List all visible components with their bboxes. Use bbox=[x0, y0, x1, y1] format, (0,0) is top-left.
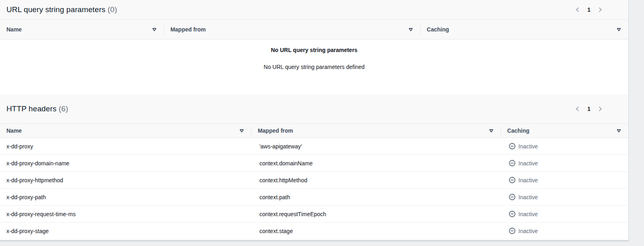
minus-circle-icon bbox=[509, 194, 516, 200]
caching-status-label: Inactive bbox=[518, 211, 538, 217]
section-title: HTTP headers (6) bbox=[6, 104, 68, 113]
pagination-prev-button[interactable] bbox=[573, 104, 582, 114]
column-header-name: Name bbox=[0, 20, 164, 39]
name-filter-button[interactable] bbox=[239, 128, 245, 133]
filter-triangle-icon bbox=[489, 129, 493, 133]
cell-caching: Inactive bbox=[501, 172, 628, 188]
column-header-label: Mapped from bbox=[258, 127, 293, 134]
filter-triangle-icon bbox=[409, 28, 413, 31]
request-parameters-panel: URL query string parameters (0) 1 bbox=[0, 0, 629, 241]
section-count: (0) bbox=[107, 5, 117, 14]
chevron-left-icon bbox=[574, 6, 581, 13]
name-filter-button[interactable] bbox=[151, 27, 157, 32]
cell-caching: Inactive bbox=[501, 155, 628, 171]
table-row: x-dd-proxy-path context.path Inactive bbox=[0, 189, 628, 206]
cell-mapped-from: context.httpMethod bbox=[251, 172, 501, 188]
column-header-name: Name bbox=[0, 124, 251, 138]
filter-triangle-icon bbox=[617, 28, 621, 31]
section-title-text: URL query string parameters bbox=[6, 5, 105, 14]
section-title-text: HTTP headers bbox=[6, 104, 56, 113]
table-row: x-dd-proxy-domain-name context.domainNam… bbox=[0, 155, 628, 172]
chevron-right-icon bbox=[597, 106, 603, 112]
table-row: x-dd-proxy-httpmethod context.httpMethod… bbox=[0, 172, 628, 189]
column-header-label: Mapped from bbox=[170, 26, 206, 33]
minus-circle-icon bbox=[509, 227, 516, 234]
table-row: x-dd-proxy-request-time-ms context.reque… bbox=[0, 206, 628, 223]
caching-status-label: Inactive bbox=[518, 143, 538, 150]
cell-name: x-dd-proxy-path bbox=[0, 189, 251, 205]
caching-filter-button[interactable] bbox=[616, 27, 622, 32]
pagination-next-button[interactable] bbox=[595, 104, 605, 114]
pagination-page-number[interactable]: 1 bbox=[586, 106, 592, 112]
caching-filter-button[interactable] bbox=[616, 128, 622, 133]
table-row: x-dd-proxy-stage context.stage Inactive bbox=[0, 223, 628, 240]
cell-name: x-dd-proxy-request-time-ms bbox=[0, 206, 251, 222]
table-header-row: Name Mapped from Caching bbox=[0, 19, 628, 40]
cell-mapped-from: context.domainName bbox=[251, 155, 501, 171]
minus-circle-icon bbox=[509, 160, 516, 167]
caching-status-label: Inactive bbox=[518, 228, 538, 234]
url-query-params-section: URL query string parameters (0) 1 bbox=[0, 0, 628, 94]
cell-caching: Inactive bbox=[501, 206, 628, 222]
section-title: URL query string parameters (0) bbox=[6, 5, 117, 14]
column-header-label: Name bbox=[6, 26, 22, 33]
cell-name: x-dd-proxy-stage bbox=[0, 223, 251, 239]
column-header-mapped-from: Mapped from bbox=[251, 124, 501, 138]
table-row: x-dd-proxy 'aws-apigateway' Inactive bbox=[0, 138, 628, 155]
filter-triangle-icon bbox=[152, 28, 157, 31]
caching-status-label: Inactive bbox=[518, 177, 538, 183]
section-header: URL query string parameters (0) 1 bbox=[0, 0, 628, 19]
empty-state: No URL query string parameters No URL qu… bbox=[0, 40, 628, 94]
column-header-caching: Caching bbox=[501, 124, 628, 138]
pagination-next-button[interactable] bbox=[595, 5, 605, 15]
column-header-mapped-from: Mapped from bbox=[164, 20, 420, 39]
section-header: HTTP headers (6) 1 bbox=[0, 94, 628, 123]
minus-circle-icon bbox=[509, 211, 516, 217]
caching-status-label: Inactive bbox=[518, 160, 538, 167]
cell-mapped-from: context.path bbox=[251, 189, 501, 205]
section-count: (6) bbox=[59, 104, 68, 113]
column-header-caching: Caching bbox=[420, 20, 628, 39]
column-header-label: Caching bbox=[427, 26, 449, 33]
cell-name: x-dd-proxy bbox=[0, 138, 251, 154]
cell-mapped-from: 'aws-apigateway' bbox=[251, 138, 501, 154]
mapped-from-filter-button[interactable] bbox=[488, 128, 494, 133]
mapped-from-filter-button[interactable] bbox=[408, 27, 414, 32]
chevron-left-icon bbox=[574, 106, 581, 112]
pagination-prev-button[interactable] bbox=[573, 5, 582, 15]
chevron-right-icon bbox=[597, 6, 603, 13]
minus-circle-icon bbox=[509, 177, 516, 183]
empty-state-caption: No URL query string parameters defined bbox=[0, 64, 628, 70]
table-header-row: Name Mapped from Caching bbox=[0, 123, 628, 138]
filter-triangle-icon bbox=[617, 129, 621, 133]
filter-triangle-icon bbox=[239, 129, 244, 133]
cell-caching: Inactive bbox=[501, 138, 628, 154]
cell-mapped-from: context.requestTimeEpoch bbox=[251, 206, 501, 222]
cell-caching: Inactive bbox=[501, 189, 628, 205]
cell-caching: Inactive bbox=[501, 223, 628, 239]
cell-name: x-dd-proxy-domain-name bbox=[0, 155, 251, 171]
minus-circle-icon bbox=[509, 143, 516, 150]
pagination: 1 bbox=[573, 104, 605, 114]
pagination-page-number[interactable]: 1 bbox=[586, 6, 592, 13]
caching-status-label: Inactive bbox=[518, 194, 538, 200]
empty-state-title: No URL query string parameters bbox=[0, 40, 628, 53]
column-header-label: Name bbox=[6, 127, 22, 134]
http-headers-section: HTTP headers (6) 1 Name bbox=[0, 94, 628, 240]
cell-name: x-dd-proxy-httpmethod bbox=[0, 172, 251, 188]
column-header-label: Caching bbox=[507, 127, 529, 134]
cell-mapped-from: context.stage bbox=[251, 223, 501, 239]
pagination: 1 bbox=[573, 5, 605, 15]
